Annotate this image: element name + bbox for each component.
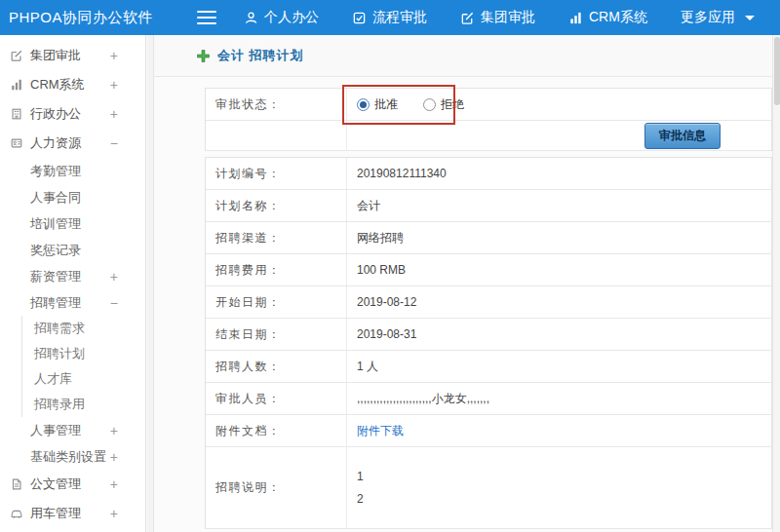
expand-icon[interactable]: + [110,450,118,464]
radio-label: 拒绝 [441,96,464,113]
collapse-icon[interactable]: − [110,136,118,150]
field-value: ,,,,,,,,,,,,,,,,,,,,,,,小龙女,,,,,,, [347,383,771,414]
approve-radio-input[interactable] [357,98,370,111]
expand-icon[interactable]: + [110,424,118,437]
building-icon [10,107,23,121]
field-label: 招聘说明： [206,447,347,528]
sidebar-item-label: 薪资管理 [30,268,81,285]
radio-approve[interactable]: 批准 [357,96,398,113]
document-icon [10,477,23,491]
sidebar-item-recruit-plan[interactable]: 招聘计划 [21,341,145,366]
field-label: 附件文档： [206,415,347,446]
table-row: 开始日期： 2019-08-12 [206,286,771,319]
table-row: 计划编号： 20190812111340 [206,158,771,190]
scrollbar-thumb[interactable] [774,37,780,105]
sidebar-item-label: 培训管理 [30,215,81,233]
sidebar-item-label: 集团审批 [30,47,81,64]
nav-label: 个人办公 [264,9,319,26]
topbar: PHPOA协同办公软件 个人办公 流程审批 集团审批 [0,0,780,35]
menu-icon[interactable] [197,11,216,24]
sidebar-item-label: 行政办公 [30,105,81,123]
sidebar-item-label: 招聘计划 [34,345,85,362]
sidebar-item-documents[interactable]: 公文管理 + [0,470,145,499]
page-header: 会计 招聘计划 [154,35,772,77]
sidebar-item-label: 奖惩记录 [30,242,81,259]
nav-label: 更多应用 [681,9,735,26]
sidebar-item-recruit-demand[interactable]: 招聘需求 [21,316,145,341]
table-row: 招聘费用： 100 RMB [206,254,771,286]
field-value: 附件下载 [347,415,771,446]
expand-icon[interactable]: + [110,270,118,284]
approval-form: 审批状态： 批准 拒绝 审批信息 [205,88,772,529]
nav-personal-office[interactable]: 个人办公 [242,5,321,30]
sidebar-item-label: 基础类别设置 [30,448,106,466]
car-icon [10,507,23,520]
field-value: 2019-08-31 [347,319,771,350]
sidebar-item-admin-office[interactable]: 行政办公 + [0,99,145,129]
radio-label: 批准 [374,96,398,113]
sidebar-item-salary[interactable]: 薪资管理 + [0,263,145,289]
scrollbar[interactable] [772,35,780,532]
sidebar-item-base-category[interactable]: 基础类别设置 + [0,443,145,470]
sidebar-item-rewards[interactable]: 奖惩记录 [0,237,145,263]
field-label: 开始日期： [206,286,347,318]
add-icon [197,50,210,62]
sidebar-item-recruit-hire[interactable]: 招聘录用 [21,392,145,417]
expand-icon[interactable]: + [110,49,118,62]
top-nav: 个人办公 流程审批 集团审批 CRM系统 更多应用 [242,5,757,30]
nav-group-approval[interactable]: 集团审批 [458,5,537,30]
field-label: 招聘渠道： [206,222,347,253]
sidebar-item-personnel-mgmt[interactable]: 人事管理 + [0,417,145,443]
table-row: 附件文档： 附件下载 [206,415,771,447]
field-value: 20190812111340 [347,158,771,189]
person-icon [244,11,258,25]
sidebar-item-crm[interactable]: CRM系统 + [0,70,145,99]
field-value: 2019-08-12 [347,286,771,318]
button-cell: 审批信息 [347,121,771,150]
attachment-download-link[interactable]: 附件下载 [357,423,404,439]
app-brand: PHPOA协同办公软件 [0,9,146,27]
hr-icon [10,136,23,150]
sidebar-item-label: 人事管理 [30,422,81,439]
table-row: 审批人员： ,,,,,,,,,,,,,,,,,,,,,,,小龙女,,,,,,, [206,383,771,415]
main-content: 会计 招聘计划 审批状态： 批准 拒绝 [154,35,772,532]
edit-icon [10,49,23,62]
status-options: 批准 拒绝 [347,89,771,120]
sidebar-item-group-approval[interactable]: 集团审批 + [0,41,145,70]
chart-icon [10,78,23,92]
sidebar-item-vehicle[interactable]: 用车管理 + [0,499,145,528]
field-label: 结束日期： [206,319,347,350]
collapse-icon[interactable]: − [110,296,118,310]
nav-more-apps[interactable]: 更多应用 [679,5,757,30]
nav-crm-system[interactable]: CRM系统 [566,5,649,30]
field-label: 审批人员： [206,383,347,414]
nav-process-approval[interactable]: 流程审批 [350,5,429,30]
sidebar-item-label: 人才库 [34,370,72,388]
expand-icon[interactable]: + [110,78,118,92]
field-value: 网络招聘 [347,222,771,253]
sidebar-item-talent-pool[interactable]: 人才库 [21,366,145,392]
nav-label: CRM系统 [589,9,647,26]
sidebar-item-hr[interactable]: 人力资源 − [0,129,145,158]
radio-reject[interactable]: 拒绝 [423,96,464,113]
sidebar-item-label: 招聘管理 [30,294,81,312]
expand-icon[interactable]: + [110,507,118,520]
sidebar-item-recruit-mgmt[interactable]: 招聘管理 − [0,289,145,316]
edit-icon [460,11,475,25]
sidebar-item-label: 人事合同 [30,189,81,207]
sidebar-item-attendance[interactable]: 考勤管理 [0,158,145,184]
chart-icon [568,11,583,25]
field-value: 1 人 [347,351,771,382]
field-value: 100 RMB [347,254,771,285]
sidebar-item-hr-contract[interactable]: 人事合同 [0,184,145,210]
reject-radio-input[interactable] [423,98,436,111]
sidebar-item-label: 招聘录用 [34,396,85,413]
approval-info-button[interactable]: 审批信息 [644,123,721,149]
sidebar-item-training[interactable]: 培训管理 [0,210,145,237]
field-label: 招聘费用： [206,254,347,285]
expand-icon[interactable]: + [110,107,118,121]
expand-icon[interactable]: + [110,477,118,491]
sidebar-item-label: 招聘需求 [34,320,85,337]
nav-label: 集团审批 [481,9,535,26]
table-row: 招聘人数： 1 人 [206,351,771,383]
